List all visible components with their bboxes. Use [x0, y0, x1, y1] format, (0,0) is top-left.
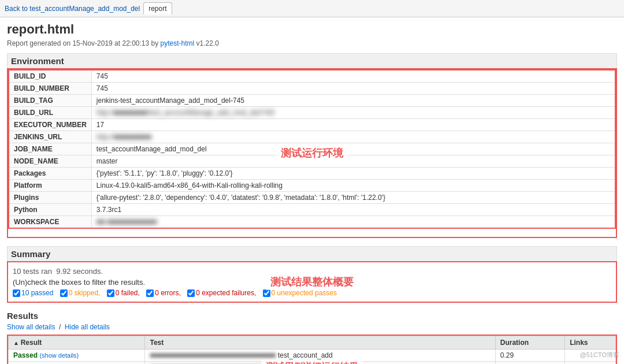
result-links-cell: [565, 362, 616, 365]
env-key: BUILD_URL: [9, 107, 91, 119]
env-value: master: [91, 155, 615, 168]
unexpected-checkbox[interactable]: [263, 289, 270, 297]
summary-checkboxes: 10 passed 0 skipped, 0 failed, 0 errors,…: [13, 289, 611, 297]
env-value: Linux-4.19.0-kali5-amd64-x86_64-with-Kal…: [91, 180, 615, 192]
hide-all-link[interactable]: Hide all details: [65, 323, 110, 331]
env-row: JENKINS_URLhttp://■■■■■■■■■: [9, 131, 615, 143]
results-table: Result Test Duration Links Passed (show …: [8, 336, 616, 364]
show-hide-links: Show all details / Hide all details: [7, 323, 617, 331]
env-key: Platform: [9, 180, 91, 192]
env-value: 745: [91, 70, 615, 83]
duration-text: 9.92 seconds.: [56, 267, 103, 276]
summary-header: Summary: [7, 246, 617, 261]
env-row: JOB_NAMEtest_accountManage_add_mod_del: [9, 143, 615, 155]
passed-label: 10 passed: [21, 289, 53, 297]
env-value: test_accountManage_add_mod_del: [91, 143, 615, 155]
result-status-cell: Passed (show details): [9, 362, 145, 365]
results-table-body: Passed (show details)■■■■■■■■■■■■■■■■■■■…: [9, 350, 616, 365]
meta-text: Report generated on 15-Nov-2019 at 22:00…: [7, 39, 161, 47]
environment-header: Environment: [7, 53, 617, 68]
env-key: JENKINS_URL: [9, 131, 91, 143]
env-key: BUILD_ID: [9, 70, 91, 83]
unexpected-checkbox-item: 0 unexpected passes: [263, 289, 337, 297]
unexpected-label: 0 unexpected passes: [272, 289, 337, 297]
env-value: http://■■■■■■■■■: [91, 131, 615, 143]
env-value: 3.7.3rc1: [91, 204, 615, 216]
page-title: report.html: [7, 22, 617, 37]
env-value: http://■■■■■■■■/test_accountManage_add_m…: [91, 107, 615, 119]
env-row: BUILD_ID745: [9, 70, 615, 83]
env-value: {'pytest': '5.1.1', 'py': '1.8.0', 'plug…: [91, 168, 615, 180]
env-row: BUILD_NUMBER745: [9, 83, 615, 95]
errors-label: 0 errors,: [155, 289, 181, 297]
skipped-checkbox-item: 0 skipped,: [60, 289, 101, 297]
result-test-cell: ■■■■■■■■■■■■■■■■■■■■■■■■■■■■■■test_accou…: [145, 362, 495, 365]
summary-section: 测试结果整体概要 10 tests ran 9.92 seconds. (Un)…: [7, 261, 617, 303]
result-duration-cell: 0.29: [495, 350, 564, 362]
errors-checkbox[interactable]: [146, 289, 154, 297]
show-details-link[interactable]: (show details): [39, 352, 79, 359]
env-value: 745: [91, 83, 615, 95]
table-row: Passed (show details)■■■■■■■■■■■■■■■■■■■…: [9, 350, 616, 362]
env-key: WORKSPACE: [9, 216, 91, 229]
passed-checkbox[interactable]: [13, 289, 20, 297]
env-row: WORKSPACE■■ ■■■■■■■■■■■■: [9, 216, 615, 229]
report-tab[interactable]: report: [143, 2, 172, 14]
env-row: Python3.7.3rc1: [9, 204, 615, 216]
env-key: JOB_NAME: [9, 143, 91, 155]
environment-section: 测试运行环境 BUILD_ID745BUILD_NUMBER745BUILD_T…: [7, 68, 617, 238]
env-value: ■■ ■■■■■■■■■■■■: [91, 216, 615, 229]
env-value: 17: [91, 119, 615, 131]
results-table-header-row: Result Test Duration Links: [9, 336, 616, 350]
env-value: {'allure-pytest': '2.8.0', 'dependency':…: [91, 192, 615, 204]
test-name: test_account_add: [278, 351, 333, 359]
status-badge: Passed: [13, 351, 38, 359]
expected-checkbox-item: 0 expected failures,: [187, 289, 256, 297]
errors-checkbox-item: 0 errors,: [146, 289, 181, 297]
result-duration-cell: 0.73: [495, 362, 564, 365]
result-test-cell: ■■■■■■■■■■■■■■■■■■■■■■■■■■■■■■test_accou…: [145, 350, 495, 362]
skipped-checkbox[interactable]: [60, 289, 68, 297]
back-link[interactable]: Back to test_accountManage_add_mod_del: [5, 5, 140, 13]
col-result[interactable]: Result: [9, 336, 145, 350]
summary-filter-text: (Un)check the boxes to filter the result…: [13, 278, 611, 287]
watermark: @51CTO博客: [580, 351, 619, 359]
env-value: jenkins-test_accountManage_add_mod_del-7…: [91, 95, 615, 107]
env-row: BUILD_URLhttp://■■■■■■■■/test_accountMan…: [9, 107, 615, 119]
passed-checkbox-item: 10 passed: [13, 289, 53, 297]
expected-checkbox[interactable]: [187, 289, 195, 297]
results-header: Results: [7, 311, 617, 321]
expected-label: 0 expected failures,: [196, 289, 256, 297]
failed-checkbox[interactable]: [107, 289, 114, 297]
pytest-html-link[interactable]: pytest-html: [161, 39, 195, 47]
failed-label: 0 failed,: [116, 289, 140, 297]
env-key: Python: [9, 204, 91, 216]
env-row: EXECUTOR_NUMBER17: [9, 119, 615, 131]
env-key: BUILD_TAG: [9, 95, 91, 107]
results-table-head: Result Test Duration Links: [9, 336, 616, 350]
env-key: EXECUTOR_NUMBER: [9, 119, 91, 131]
env-row: Plugins{'allure-pytest': '2.8.0', 'depen…: [9, 192, 615, 204]
tests-ran-text: 10 tests ran: [13, 267, 52, 276]
table-row: Passed (show details)■■■■■■■■■■■■■■■■■■■…: [9, 362, 616, 365]
environment-table: BUILD_ID745BUILD_NUMBER745BUILD_TAGjenki…: [8, 69, 616, 229]
env-row: BUILD_TAGjenkins-test_accountManage_add_…: [9, 95, 615, 107]
result-status-cell: Passed (show details): [9, 350, 145, 362]
top-nav: Back to test_accountManage_add_mod_del r…: [0, 0, 624, 17]
results-detail-wrapper: 测试用例详细运行结果 Result Test Duration Links Pa…: [7, 335, 617, 364]
col-test[interactable]: Test: [145, 336, 495, 350]
env-row: Packages{'pytest': '5.1.1', 'py': '1.8.0…: [9, 168, 615, 180]
report-meta: Report generated on 15-Nov-2019 at 22:00…: [7, 39, 617, 47]
env-row: NODE_NAMEmaster: [9, 155, 615, 168]
env-key: BUILD_NUMBER: [9, 83, 91, 95]
col-links[interactable]: Links: [565, 336, 616, 350]
page-body: report.html Report generated on 15-Nov-2…: [0, 17, 624, 364]
version-text: v1.22.0: [194, 39, 219, 47]
summary-tests-ran: 10 tests ran 9.92 seconds.: [13, 267, 611, 276]
env-key: NODE_NAME: [9, 155, 91, 168]
show-all-link[interactable]: Show all details: [7, 323, 55, 331]
env-key: Plugins: [9, 192, 91, 204]
col-duration[interactable]: Duration: [495, 336, 564, 350]
env-row: PlatformLinux-4.19.0-kali5-amd64-x86_64-…: [9, 180, 615, 192]
failed-checkbox-item: 0 failed,: [107, 289, 140, 297]
